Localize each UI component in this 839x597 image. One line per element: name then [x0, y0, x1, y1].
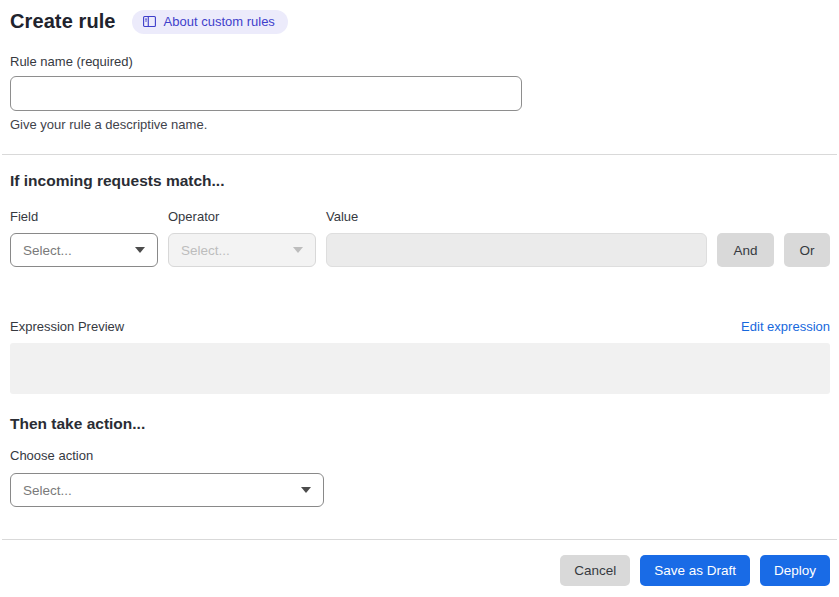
save-as-draft-button[interactable]: Save as Draft	[640, 555, 750, 586]
rule-name-label: Rule name (required)	[10, 54, 830, 69]
footer-actions: Cancel Save as Draft Deploy	[10, 555, 830, 586]
page-title: Create rule	[10, 10, 116, 33]
match-controls-row: Select... Select... And Or	[10, 233, 830, 267]
header: Create rule About custom rules	[10, 8, 830, 35]
expression-preview-label: Expression Preview	[10, 319, 124, 334]
chevron-down-icon	[293, 247, 303, 253]
choose-action-placeholder: Select...	[23, 483, 72, 498]
match-section-heading: If incoming requests match...	[10, 172, 830, 191]
choose-action-select[interactable]: Select...	[10, 473, 324, 507]
field-select[interactable]: Select...	[10, 233, 158, 267]
field-select-placeholder: Select...	[23, 243, 72, 258]
chevron-down-icon	[135, 247, 145, 253]
choose-action-label: Choose action	[10, 448, 830, 463]
create-rule-form: Create rule About custom rules Rule name…	[0, 0, 839, 597]
action-section-heading: Then take action...	[10, 415, 830, 434]
value-input	[326, 233, 707, 267]
book-icon	[142, 14, 157, 29]
about-custom-rules-label: About custom rules	[164, 15, 275, 28]
cancel-button[interactable]: Cancel	[560, 555, 630, 586]
rule-name-help-text: Give your rule a descriptive name.	[10, 117, 830, 132]
operator-select-placeholder: Select...	[181, 243, 230, 258]
rule-name-input[interactable]	[10, 76, 522, 111]
deploy-button[interactable]: Deploy	[760, 555, 830, 586]
operator-select: Select...	[168, 233, 316, 267]
chevron-down-icon	[301, 487, 311, 493]
or-button[interactable]: Or	[784, 233, 830, 267]
expression-preview-box	[10, 343, 830, 394]
section-divider-top	[2, 154, 837, 155]
operator-label: Operator	[168, 209, 316, 224]
section-divider-bottom	[2, 539, 837, 540]
match-labels-row: Field Operator Value	[10, 209, 830, 224]
field-label: Field	[10, 209, 158, 224]
expression-preview-row: Expression Preview Edit expression	[10, 319, 830, 334]
about-custom-rules-link[interactable]: About custom rules	[132, 10, 288, 34]
and-button[interactable]: And	[717, 233, 774, 267]
edit-expression-link[interactable]: Edit expression	[741, 319, 830, 334]
value-label: Value	[326, 209, 830, 224]
